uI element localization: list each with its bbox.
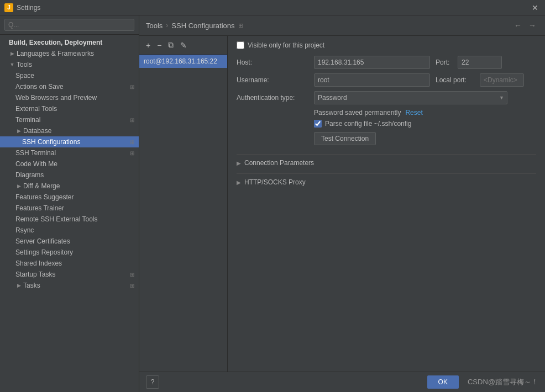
settings-icon: ⊞ [130,272,134,278]
ssh-entry[interactable]: root@192.168.31.165:22 [139,55,227,68]
sidebar-item-label: Code With Me [15,160,57,168]
search-input[interactable] [4,19,134,31]
copy-button[interactable]: ⧉ [166,39,176,51]
main-container: Build, Execution, Deployment ▶ Languages… [0,15,545,392]
parse-config-label: Parse config file ~/.ssh/config [325,120,411,128]
sidebar-item-label: Terminal [15,116,40,124]
host-row: Host: Port: [237,56,536,69]
visible-only-checkbox[interactable] [237,41,244,49]
sidebar-item-features-trainer[interactable]: Features Trainer [0,203,139,214]
sidebar-item-code-with-me[interactable]: Code With Me [0,158,139,169]
ssh-panel: + − ⧉ ✎ root@192.168.31.165:22 Visible o… [139,36,545,372]
local-port-label: Local port: [436,76,480,84]
add-button[interactable]: + [144,39,153,51]
sidebar-item-label: Server Certificates [15,237,70,245]
auth-type-label: Authentication type: [237,94,314,102]
host-input[interactable] [314,56,430,69]
sidebar-item-diagrams[interactable]: Diagrams [0,169,139,181]
sidebar-item-label: SSH Terminal [15,149,56,157]
sidebar-item-label: Diagrams [15,171,44,179]
sidebar-item-label: Web Browsers and Preview [15,94,97,102]
back-button[interactable]: ← [512,20,524,31]
sidebar-item-actions-on-save[interactable]: Actions on Save ⊞ [0,81,139,92]
sidebar-item-startup-tasks[interactable]: Startup Tasks ⊞ [0,269,139,280]
content-area: Tools › SSH Configurations ⊞ ← → + − ⧉ ✎… [139,15,545,392]
settings-icon: ⊞ [130,84,134,90]
help-button[interactable]: ? [146,375,159,389]
forward-button[interactable]: → [526,20,538,31]
remove-button[interactable]: − [155,39,164,51]
sidebar-item-web-browsers[interactable]: Web Browsers and Preview [0,92,139,103]
ok-button[interactable]: OK [427,375,459,389]
sidebar-item-remote-ssh[interactable]: Remote SSH External Tools [0,214,139,225]
settings-icon: ⊞ [130,139,134,145]
chevron-right-icon: ▶ [15,128,22,134]
sidebar-item-features-suggester[interactable]: Features Suggester [0,192,139,203]
auth-select-wrapper: Password Key pair OpenSSH config and aut… [314,91,507,104]
auth-type-select[interactable]: Password Key pair OpenSSH config and aut… [314,91,507,104]
sidebar-item-label: Rsync [15,226,34,234]
sidebar-item-database[interactable]: ▶ Database [0,125,139,136]
sidebar-item-tools[interactable]: ▼ Tools [0,59,139,70]
parse-config-checkbox[interactable] [314,120,322,128]
sidebar-item-server-certificates[interactable]: Server Certificates [0,236,139,247]
connection-params-header[interactable]: ▶ Connection Parameters [237,155,536,171]
sidebar-item-label: Tasks [23,282,40,289]
chevron-right-icon: ▶ [15,183,22,189]
breadcrumb: Tools › SSH Configurations ⊞ ← → [139,15,545,36]
visible-only-label: Visible only for this project [248,41,324,49]
sidebar-item-label: Shared Indexes [15,259,62,267]
settings-icon: ⊞ [130,117,134,123]
breadcrumb-nav: ← → [512,20,538,31]
sidebar-item-label: Remote SSH External Tools [15,215,98,223]
username-input[interactable] [314,73,430,87]
port-input[interactable] [458,56,502,69]
http-socks-header[interactable]: ▶ HTTP/SOCKS Proxy [237,174,536,190]
local-port-input[interactable] [480,73,524,87]
connection-params-section: ▶ Connection Parameters [237,154,536,171]
settings-icon: ⊞ [130,283,134,289]
sidebar-item-label: Actions on Save [15,83,64,91]
sidebar-item-ssh-terminal[interactable]: SSH Terminal ⊞ [0,147,139,158]
test-connection-button[interactable]: Test Connection [314,132,376,145]
chevron-right-icon: ▶ [15,282,22,289]
sidebar-item-terminal[interactable]: Terminal ⊞ [0,114,139,125]
bottom-bar: ? OK CSDN@踏雪寻梅～！ [139,372,545,392]
sidebar-item-shared-indexes[interactable]: Shared Indexes [0,258,139,269]
chevron-right-icon: ▶ [9,50,15,57]
http-socks-label: HTTP/SOCKS Proxy [244,178,306,186]
sidebar-item-label: Diff & Merge [23,182,60,190]
sidebar-item-rsync[interactable]: Rsync [0,225,139,236]
app-icon: J [4,3,13,12]
ssh-toolbar: + − ⧉ ✎ [139,36,227,55]
auth-type-row: Authentication type: Password Key pair O… [237,91,536,104]
sidebar-item-label: Build, Execution, Deployment [9,39,102,46]
sidebar-item-settings-repository[interactable]: Settings Repository [0,247,139,258]
sidebar-item-label: Tools [17,61,32,68]
reset-link[interactable]: Reset [405,109,422,116]
sidebar-item-ssh-configurations[interactable]: SSH Configurations ⊞ [0,136,139,147]
sidebar-item-build-execution[interactable]: Build, Execution, Deployment [0,37,139,48]
edit-button[interactable]: ✎ [178,39,189,51]
host-label: Host: [237,59,314,66]
sidebar-item-external-tools[interactable]: External Tools [0,103,139,114]
sidebar-item-space[interactable]: Space [0,70,139,81]
username-label: Username: [237,76,314,84]
sidebar-item-label: Database [23,127,51,135]
close-button[interactable]: ✕ [530,3,541,12]
sidebar-item-label: SSH Configurations [22,138,80,146]
password-saved-text: Password saved permanently [314,109,401,116]
visible-only-row: Visible only for this project [237,41,536,49]
sidebar-list: Build, Execution, Deployment ▶ Languages… [0,35,139,392]
ssh-list-panel: + − ⧉ ✎ root@192.168.31.165:22 [139,36,228,372]
sidebar-item-languages-frameworks[interactable]: ▶ Languages & Frameworks [0,48,139,59]
window-title: Settings [17,4,40,12]
sidebar-item-label: Settings Repository [15,248,73,256]
expand-icon[interactable]: ⊞ [238,22,243,29]
port-label: Port: [436,59,458,66]
breadcrumb-parent: Tools [146,22,163,30]
sidebar-item-label: Startup Tasks [15,271,55,278]
sidebar-item-tasks[interactable]: ▶ Tasks ⊞ [0,280,139,291]
sidebar-item-diff-merge[interactable]: ▶ Diff & Merge [0,181,139,192]
chevron-right-icon: ▶ [237,160,241,166]
